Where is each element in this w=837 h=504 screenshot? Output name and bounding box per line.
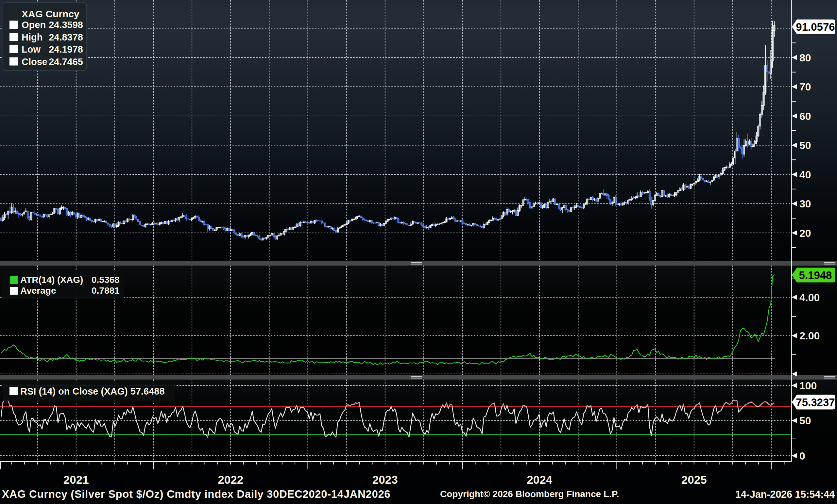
svg-text:50: 50 (799, 415, 811, 427)
svg-text:100: 100 (799, 380, 817, 392)
svg-text:91.0576: 91.0576 (796, 21, 835, 33)
svg-text:30: 30 (799, 198, 811, 210)
svg-text:20: 20 (799, 227, 811, 239)
svg-text:80: 80 (799, 52, 811, 64)
svg-text:Low: Low (22, 44, 40, 55)
svg-text:Average: Average (20, 285, 56, 296)
svg-text:0: 0 (799, 450, 805, 462)
svg-text:2.00: 2.00 (799, 330, 820, 342)
svg-text:40: 40 (799, 169, 811, 181)
svg-text:0.5368: 0.5368 (92, 275, 120, 285)
svg-text:75.3237: 75.3237 (796, 396, 835, 408)
svg-text:2025: 2025 (681, 473, 707, 486)
svg-text:50: 50 (799, 139, 811, 151)
svg-text:2022: 2022 (218, 473, 243, 486)
svg-text:24.3598: 24.3598 (49, 20, 83, 30)
svg-text:5.1948: 5.1948 (799, 269, 832, 281)
svg-text:Copyright© 2026 Bloomberg Fina: Copyright© 2026 Bloomberg Finance L.P. (440, 489, 619, 499)
svg-text:24.7465: 24.7465 (49, 56, 83, 67)
svg-text:High: High (22, 32, 42, 42)
svg-text:XAG Curncy (Silver Spot $/Oz): XAG Curncy (Silver Spot $/Oz) Cmdty inde… (2, 488, 390, 500)
svg-text:24.8378: 24.8378 (49, 32, 83, 42)
svg-text:70: 70 (799, 81, 811, 93)
svg-text:24.1978: 24.1978 (49, 44, 83, 55)
svg-text:4.00: 4.00 (799, 292, 820, 303)
svg-text:ATR(14) (XAG): ATR(14) (XAG) (20, 275, 83, 285)
svg-text:60: 60 (799, 110, 811, 122)
svg-text:2024: 2024 (527, 473, 552, 486)
svg-text:Close: Close (22, 56, 48, 67)
svg-text:0.7881: 0.7881 (92, 285, 120, 296)
svg-text:14-Jan-2026 15:54:44: 14-Jan-2026 15:54:44 (735, 489, 835, 500)
svg-text:2021: 2021 (64, 473, 89, 486)
svg-text:Open: Open (22, 20, 46, 30)
svg-text:XAG Curncy: XAG Curncy (22, 8, 79, 19)
svg-text:RSI (14) on Close (XAG) 57.64: RSI (14) on Close (XAG) 57.6488 (20, 386, 165, 396)
svg-text:2023: 2023 (372, 473, 398, 486)
